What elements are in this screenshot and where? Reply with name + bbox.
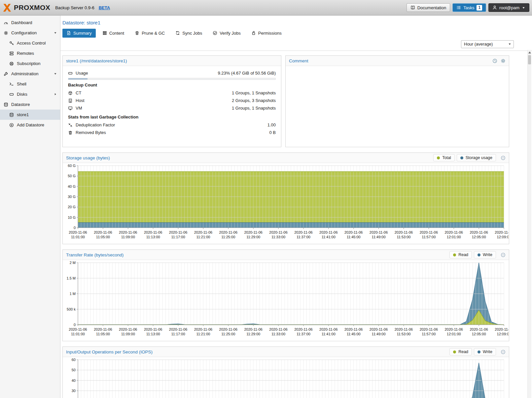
svg-text:11:53:00: 11:53:00 — [397, 332, 410, 336]
support-icon — [9, 61, 14, 66]
timeframe-value: Hour (average) — [464, 42, 493, 47]
chart-legend: Read Write — [449, 348, 506, 355]
chevron-down-icon — [53, 72, 57, 76]
tab-bar: Summary Content Prune & GC Sync Jobs Ver… — [62, 28, 532, 38]
legend-item-write[interactable]: Write — [474, 251, 496, 258]
sidebar-item-datastore[interactable]: Datastore — [0, 99, 60, 110]
tasks-button[interactable]: Tasks 1 — [452, 3, 486, 12]
history-icon[interactable] — [492, 58, 497, 63]
chevron-down-icon — [53, 31, 57, 35]
plus-circle-icon — [9, 123, 14, 127]
scrollbar-thumb[interactable] — [528, 55, 531, 64]
sidebar-item-subscription[interactable]: Subscription — [0, 58, 60, 69]
tab-label: Prune & GC — [142, 31, 165, 36]
sidebar-item-label: Remotes — [17, 51, 34, 56]
panel-header: Input/Output Operations per Second (IOPS… — [63, 347, 509, 357]
comment-body[interactable] — [286, 66, 509, 147]
legend-item-total[interactable]: Total — [433, 154, 454, 161]
user-menu-button[interactable]: root@pam — [488, 3, 529, 12]
tab-sync-jobs[interactable]: Sync Jobs — [171, 29, 206, 38]
legend-dot — [437, 156, 440, 159]
legend-item-storage-usage[interactable]: Storage usage — [457, 154, 496, 161]
sidebar-item-label: Shell — [17, 82, 26, 86]
svg-text:2020-11-06: 2020-11-06 — [244, 230, 262, 234]
sidebar: Dashboard Configuration Access Control R… — [0, 16, 60, 398]
datastore-info-body: Usage 9.23% (4.67 GiB of 50.56 GiB) Back… — [63, 66, 281, 140]
sidebar-item-remotes[interactable]: Remotes — [0, 48, 60, 58]
beta-link[interactable]: BETA — [99, 5, 110, 10]
svg-text:2020-11-06: 2020-11-06 — [119, 230, 137, 234]
sidebar-item-administration[interactable]: Administration — [0, 69, 60, 79]
collapse-icon[interactable] — [501, 349, 506, 354]
tab-permissions[interactable]: Permissions — [247, 29, 286, 38]
host-icon — [68, 98, 73, 103]
svg-text:0: 0 — [74, 323, 76, 327]
sidebar-item-dashboard[interactable]: Dashboard — [0, 17, 60, 28]
brand-name: PROXMOX — [14, 4, 50, 12]
svg-text:11:13:00: 11:13:00 — [146, 235, 160, 239]
svg-text:2020-11-06: 2020-11-06 — [119, 327, 137, 331]
svg-text:2020-11-06: 2020-11-06 — [495, 327, 509, 331]
tab-prune-gc[interactable]: Prune & GC — [131, 29, 169, 38]
page-title: Datastore: store1 — [62, 20, 532, 25]
svg-text:10 G: 10 G — [68, 216, 76, 219]
sidebar-item-shell[interactable]: Shell — [0, 79, 60, 89]
sidebar-item-store1[interactable]: store1 — [0, 110, 60, 120]
usage-value: 9.23% (4.67 GiB of 50.56 GiB) — [218, 71, 276, 76]
sidebar-item-label: store1 — [17, 112, 29, 117]
gc-stats-heading: Stats from last Garbage Collection — [68, 115, 276, 119]
terminal-icon — [9, 82, 14, 86]
svg-text:2020-11-06: 2020-11-06 — [395, 230, 413, 234]
svg-text:11:33:00: 11:33:00 — [271, 332, 285, 336]
count-value: 2 Groups, 3 Snapshots — [232, 98, 276, 103]
scroll-up-arrow[interactable] — [528, 51, 531, 53]
svg-text:20 G: 20 G — [68, 205, 76, 209]
chart-toolbar: Hour (average) — [60, 38, 532, 51]
legend-dot — [478, 350, 480, 353]
legend-label: Read — [458, 252, 468, 257]
collapse-icon[interactable] — [501, 155, 506, 160]
sidebar-item-configuration[interactable]: Configuration — [0, 28, 60, 38]
legend-item-read[interactable]: Read — [449, 348, 472, 355]
svg-text:2020-11-06: 2020-11-06 — [194, 230, 212, 234]
svg-text:2020-11-06: 2020-11-06 — [219, 230, 237, 234]
legend-item-read[interactable]: Read — [449, 251, 472, 258]
legend-item-write[interactable]: Write — [474, 348, 496, 355]
legend-label: Write — [483, 349, 492, 354]
timeframe-select[interactable]: Hour (average) — [461, 40, 514, 48]
gear-icon[interactable] — [501, 58, 506, 63]
tab-summary[interactable]: Summary — [62, 29, 96, 38]
svg-text:2020-11-06: 2020-11-06 — [269, 230, 287, 234]
usage-progress-fill — [68, 78, 88, 80]
svg-text:2020-11-06: 2020-11-06 — [219, 327, 237, 331]
svg-text:11:09:00: 11:09:00 — [121, 332, 135, 336]
collapse-icon[interactable] — [501, 252, 506, 257]
svg-text:2020-11-06: 2020-11-06 — [495, 230, 509, 234]
datastore-info-panel: store1 (/mnt/datastores/store1) Usage 9.… — [62, 55, 281, 147]
sidebar-item-add-datastore[interactable]: Add Datastore — [0, 120, 60, 130]
sidebar-item-label: Disks — [17, 92, 27, 97]
svg-text:11:37:00: 11:37:00 — [297, 235, 310, 239]
gc-label: Deduplication Factor — [76, 122, 115, 127]
svg-text:12:05:00: 12:05:00 — [472, 332, 486, 336]
tab-verify-jobs[interactable]: Verify Jobs — [209, 29, 245, 38]
svg-text:2020-11-06: 2020-11-06 — [169, 327, 187, 331]
sidebar-item-label: Access Control — [17, 41, 46, 46]
sidebar-item-label: Add Datastore — [17, 122, 44, 127]
sidebar-item-access-control[interactable]: Access Control — [0, 38, 60, 48]
tab-label: Sync Jobs — [182, 31, 202, 36]
svg-text:2020-11-06: 2020-11-06 — [319, 230, 337, 234]
sidebar-item-disks[interactable]: Disks — [0, 89, 60, 99]
chevron-right-icon — [53, 92, 57, 96]
tab-content[interactable]: Content — [98, 29, 128, 38]
documentation-button[interactable]: Documentation — [407, 3, 450, 12]
tab-label: Content — [109, 31, 124, 36]
user-label: root@pam — [499, 5, 519, 10]
svg-text:11:25:00: 11:25:00 — [221, 332, 235, 336]
sidebar-item-label: Subscription — [17, 61, 41, 66]
vertical-scrollbar[interactable] — [527, 50, 531, 398]
svg-text:2020-11-06: 2020-11-06 — [470, 230, 488, 234]
dedup-row: Deduplication Factor 1.00 — [68, 121, 276, 129]
panel-title: Storage usage (bytes) — [66, 155, 110, 160]
book-icon — [410, 5, 415, 10]
